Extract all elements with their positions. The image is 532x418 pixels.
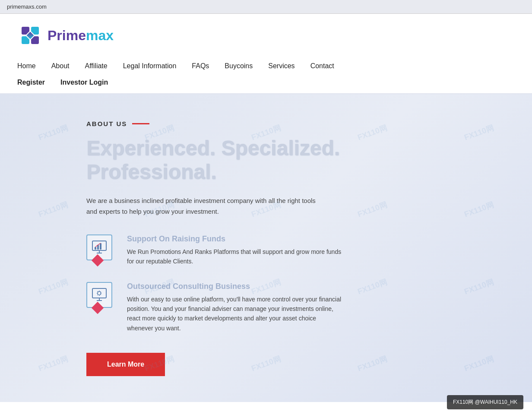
nav-contact[interactable]: Contact <box>310 62 334 70</box>
feature-icon-wrap-consulting <box>86 282 117 308</box>
nav-about[interactable]: About <box>51 62 70 70</box>
svg-rect-13 <box>92 288 106 298</box>
header: Primemax Home About Affiliate Legal Info… <box>0 14 532 94</box>
logo-prime: Prime <box>48 28 86 43</box>
url-text: primemaxs.com <box>7 3 47 10</box>
nav-buycoins[interactable]: Buycoins <box>225 62 253 70</box>
main-content: FX110网 FX110网 FX110网 FX110网 FX110网 FX110… <box>0 94 532 402</box>
logo-max: max <box>86 28 114 43</box>
nav-register[interactable]: Register <box>17 79 45 86</box>
nav-faqs[interactable]: FAQs <box>192 62 209 70</box>
feature-item-consulting: Outsourced Consulting Business With our … <box>86 282 506 333</box>
svg-rect-6 <box>92 241 106 250</box>
nav-investor-login[interactable]: Investor Login <box>60 79 108 86</box>
feature-text-funds: Support On Raising Funds We Run Promotio… <box>127 234 506 266</box>
feature-title-funds: Support On Raising Funds <box>127 234 506 244</box>
nav-legal-information[interactable]: Legal Information <box>123 62 177 70</box>
nav-home[interactable]: Home <box>17 62 36 70</box>
svg-rect-10 <box>95 247 96 250</box>
learn-more-button[interactable]: Learn More <box>86 353 165 376</box>
about-heading-line2: Professional. <box>86 160 216 183</box>
feature-title-consulting: Outsourced Consulting Business <box>127 282 506 291</box>
secondary-nav: Register Investor Login <box>17 73 515 93</box>
about-label-line <box>132 123 149 124</box>
feature-desc-funds: We Run Promotions And Ranks Platforms th… <box>127 247 343 266</box>
primary-nav: Home About Affiliate Legal Information F… <box>17 55 515 73</box>
feature-desc-consulting: With our easy to use online platform, yo… <box>127 294 343 333</box>
nav-services[interactable]: Services <box>268 62 294 70</box>
feature-text-consulting: Outsourced Consulting Business With our … <box>127 282 506 333</box>
fx110-badge: FX110网 @WAIHUI110_HK <box>447 395 523 402</box>
logo-text: Primemax <box>48 28 114 44</box>
about-section-label: ABOUT US <box>86 120 506 127</box>
logo-icon <box>17 22 43 48</box>
about-heading-line1: Experienced. Specialized. <box>86 136 340 159</box>
logo-area: Primemax <box>17 22 515 55</box>
feature-item-funds: Support On Raising Funds We Run Promotio… <box>86 234 506 266</box>
svg-rect-12 <box>100 243 101 250</box>
address-bar: primemaxs.com <box>0 0 532 14</box>
nav-affiliate[interactable]: Affiliate <box>85 62 108 70</box>
about-description: We are a business inclined profitable in… <box>86 196 324 217</box>
about-heading: Experienced. Specialized. Professional. <box>86 136 506 184</box>
about-label-text: ABOUT US <box>86 120 127 127</box>
feature-icon-wrap-funds <box>86 234 117 260</box>
